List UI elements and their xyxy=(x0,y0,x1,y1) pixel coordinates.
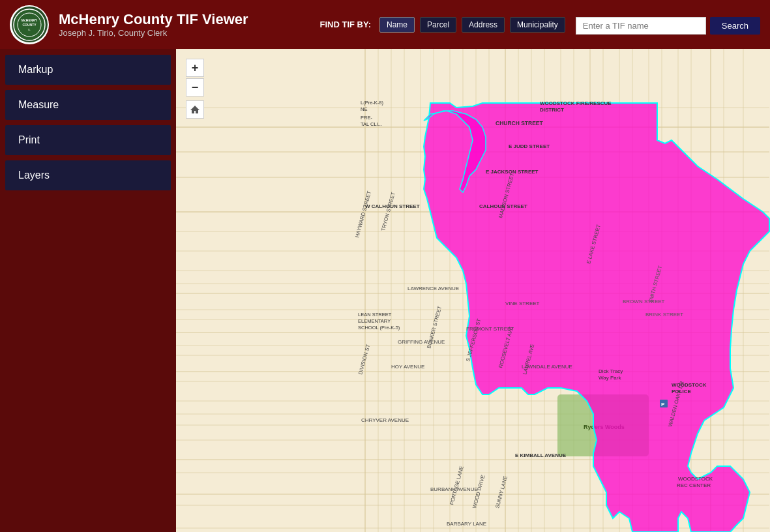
svg-text:NE: NE xyxy=(361,106,367,112)
zoom-controls: + − xyxy=(186,59,204,119)
logo: McHENRY COUNTY IL xyxy=(10,5,49,44)
search-button[interactable]: Search xyxy=(710,17,760,35)
home-icon xyxy=(190,104,200,115)
svg-text:PORTAGE LANE: PORTAGE LANE xyxy=(449,466,465,506)
svg-text:PRE-: PRE- xyxy=(361,115,372,121)
svg-text:E KIMBALL AVENUE: E KIMBALL AVENUE xyxy=(515,452,567,458)
svg-text:SUNNY LANE: SUNNY LANE xyxy=(494,475,509,509)
home-button[interactable] xyxy=(186,100,204,119)
find-tif-section: FIND TIF BY: Name Parcel Address Municip… xyxy=(320,14,760,35)
svg-text:BROWN STREET: BROWN STREET xyxy=(623,299,665,304)
svg-text:DIVISION ST: DIVISION ST xyxy=(357,344,371,375)
svg-text:L(Pre-K-8): L(Pre-K-8) xyxy=(361,100,384,106)
find-by-address-button[interactable]: Address xyxy=(462,17,505,33)
svg-text:GRIFFING AVENUE: GRIFFING AVENUE xyxy=(398,339,445,345)
header-title: McHenry County TIF Viewer Joseph J. Tiri… xyxy=(59,11,320,38)
app-title: McHenry County TIF Viewer xyxy=(59,11,320,28)
svg-text:WOODSTOCK FIRE/RESCUE: WOODSTOCK FIRE/RESCUE xyxy=(540,100,612,106)
svg-text:TAL CLI...: TAL CLI... xyxy=(361,121,382,127)
measure-button[interactable]: Measure xyxy=(5,90,171,120)
svg-text:BRINK STREET: BRINK STREET xyxy=(645,312,683,318)
find-by-parcel-button[interactable]: Parcel xyxy=(420,17,456,33)
map-svg: Ryders Woods Du... McHenry County Fairgr… xyxy=(176,49,770,532)
find-tif-label: FIND TIF BY: xyxy=(320,20,371,29)
svg-text:SCHOOL (Pre-K-5): SCHOOL (Pre-K-5) xyxy=(358,325,400,331)
svg-text:HOY AVENUE: HOY AVENUE xyxy=(391,364,424,370)
logo-seal: McHENRY COUNTY IL xyxy=(13,8,46,41)
svg-text:Way Park: Way Park xyxy=(599,375,621,381)
svg-text:COUNTY: COUNTY xyxy=(22,23,37,27)
svg-text:LEAN STREET: LEAN STREET xyxy=(358,312,392,318)
logo-inner: McHENRY COUNTY IL xyxy=(12,7,48,42)
svg-text:WOODSTOCK: WOODSTOCK xyxy=(678,476,713,482)
svg-text:REC CENTER: REC CENTER xyxy=(677,482,711,488)
markup-button[interactable]: Markup xyxy=(5,55,171,85)
find-by-municipality-button[interactable]: Municipality xyxy=(510,17,565,33)
svg-marker-133 xyxy=(190,106,200,113)
svg-text:WOODSTOCK: WOODSTOCK xyxy=(672,382,707,388)
print-button[interactable]: Print xyxy=(5,125,171,155)
svg-text:McHENRY: McHENRY xyxy=(22,18,38,22)
zoom-in-button[interactable]: + xyxy=(186,59,204,77)
svg-text:CHURCH STREET: CHURCH STREET xyxy=(496,120,544,126)
svg-text:LAWRENCE AVENUE: LAWRENCE AVENUE xyxy=(407,286,459,291)
svg-text:E JUDD STREET: E JUDD STREET xyxy=(509,143,550,149)
header: McHENRY COUNTY IL McHenry County TIF Vie… xyxy=(0,0,770,49)
find-by-name-button[interactable]: Name xyxy=(379,17,415,33)
svg-text:ELEMENTARY: ELEMENTARY xyxy=(358,318,391,324)
svg-text:CHRYVER AVENUE: CHRYVER AVENUE xyxy=(361,417,409,423)
svg-text:Dick Tracy: Dick Tracy xyxy=(599,368,623,374)
sidebar: Markup Measure Print Layers xyxy=(0,49,176,532)
svg-text:HAYWARD STREET: HAYWARD STREET xyxy=(354,190,372,239)
svg-text:VINE STREET: VINE STREET xyxy=(505,301,540,306)
tif-name-input[interactable] xyxy=(576,17,706,35)
zoom-out-button[interactable]: − xyxy=(186,78,204,96)
svg-text:BARBARY LANE: BARBARY LANE xyxy=(447,521,486,527)
app-subtitle: Joseph J. Tirio, County Clerk xyxy=(59,28,320,38)
svg-text:DISTRICT: DISTRICT xyxy=(540,107,564,113)
svg-text:P: P xyxy=(661,402,665,407)
layers-button[interactable]: Layers xyxy=(5,160,171,190)
main-layout: Markup Measure Print Layers xyxy=(0,49,770,532)
map-container[interactable]: Ryders Woods Du... McHenry County Fairgr… xyxy=(176,49,770,532)
